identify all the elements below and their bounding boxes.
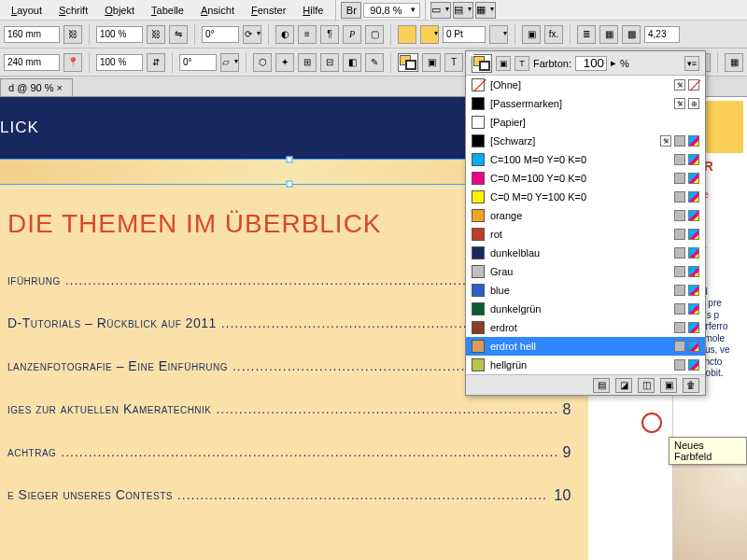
menu-layout[interactable]: LLayoutayout bbox=[4, 3, 49, 18]
y-field[interactable] bbox=[4, 54, 60, 71]
flip-h-icon[interactable]: ⇋ bbox=[169, 25, 188, 44]
swatches-panel[interactable]: ▣ T Farbton: ▸ % ▾≡ [Ohne]✎̸[Passermarke… bbox=[465, 50, 706, 396]
text-toggle[interactable]: T bbox=[514, 56, 529, 71]
toc-label: e Sieger unseres Contests bbox=[7, 487, 548, 504]
workspace-button[interactable]: ▦ bbox=[475, 2, 496, 19]
transform-icon[interactable]: ◐ bbox=[275, 25, 294, 44]
swatches-list[interactable]: [Ohne]✎̸[Passermarken]✎̸⊕[Papier][Schwar… bbox=[466, 76, 705, 374]
swatch-chip bbox=[472, 340, 485, 353]
grid-icon[interactable]: ▦ bbox=[725, 53, 743, 72]
menu-fenster[interactable]: Fenster bbox=[244, 3, 293, 18]
swatch-row[interactable]: [Passermarken]✎̸⊕ bbox=[466, 94, 705, 113]
x-field[interactable] bbox=[4, 26, 60, 43]
swatch-row[interactable]: Grau bbox=[466, 262, 705, 281]
shear-menu[interactable]: ▱ bbox=[220, 53, 239, 72]
swatch-row[interactable]: blue bbox=[466, 281, 705, 300]
container-icon[interactable]: ▣ bbox=[422, 53, 441, 72]
swatch-chip bbox=[472, 228, 485, 241]
swatch-row[interactable]: dunkelblau bbox=[466, 244, 705, 262]
show-gradient-swatches-button[interactable]: ◫ bbox=[638, 378, 655, 393]
icon-e[interactable]: ◧ bbox=[343, 53, 361, 72]
menu-schrift[interactable]: Schrift bbox=[51, 3, 95, 18]
zoom-level[interactable]: 90,8 % bbox=[363, 3, 419, 18]
delete-swatch-button[interactable]: 🗑 bbox=[683, 378, 699, 393]
swatch-row[interactable]: rot bbox=[466, 225, 705, 244]
global-icon bbox=[674, 191, 685, 203]
swatch-row[interactable]: erdrot hell bbox=[466, 337, 705, 356]
swatches-footer: ▤ ◪ ◫ ▣ 🗑 bbox=[466, 374, 705, 395]
rotate-menu[interactable]: ⟳ bbox=[243, 25, 261, 44]
swatch-row[interactable]: erdrot bbox=[466, 318, 705, 337]
corner-icon[interactable]: ▢ bbox=[365, 25, 384, 44]
tint-slider[interactable]: ▸ bbox=[611, 57, 616, 69]
menu-ansicht[interactable]: Ansicht bbox=[193, 3, 242, 18]
document-tab[interactable]: d @ 90 % × bbox=[0, 78, 73, 96]
flip-v-icon[interactable]: ⇵ bbox=[147, 53, 165, 72]
swatch-row[interactable]: C=100 M=0 Y=0 K=0 bbox=[466, 150, 705, 169]
swatch-name: blue bbox=[490, 285, 669, 296]
align-icon[interactable]: ≡ bbox=[298, 25, 317, 44]
fill-swatch[interactable] bbox=[398, 25, 416, 44]
show-all-swatches-button[interactable]: ▤ bbox=[593, 378, 610, 393]
text-t-icon[interactable]: T bbox=[444, 53, 463, 72]
global-icon bbox=[674, 247, 685, 259]
textwrap-icon[interactable]: ¶ bbox=[320, 25, 339, 44]
swatch-row[interactable]: C=0 M=100 Y=0 K=0 bbox=[466, 169, 705, 188]
swatch-row[interactable]: [Schwarz]✎̸ bbox=[466, 132, 705, 150]
fit-frame-icon[interactable]: ▦ bbox=[599, 25, 618, 44]
stroke-weight-field[interactable] bbox=[443, 26, 486, 43]
cmyk-icon bbox=[688, 191, 699, 203]
swatch-row[interactable]: [Papier] bbox=[466, 113, 705, 132]
container-toggle[interactable]: ▣ bbox=[496, 56, 511, 71]
link-scale-icon[interactable]: ⛓ bbox=[147, 25, 165, 44]
icon-b[interactable]: ✦ bbox=[275, 53, 294, 72]
pin-icon[interactable]: 📍 bbox=[63, 53, 82, 72]
global-icon bbox=[674, 173, 685, 184]
swatches-panel-menu[interactable]: ▾≡ bbox=[684, 56, 699, 71]
clip-icon[interactable]: ▩ bbox=[622, 25, 641, 44]
toc-label: iges zur aktuellen Kameratechnik bbox=[7, 401, 557, 418]
global-icon bbox=[674, 210, 685, 221]
pathtype-p-icon[interactable]: P bbox=[343, 25, 361, 44]
cmyk-icon bbox=[688, 341, 699, 352]
fx-icon[interactable]: fx. bbox=[544, 25, 563, 44]
swatch-row[interactable]: hellgrün bbox=[466, 356, 705, 374]
link-xy-icon[interactable]: ⛓ bbox=[63, 25, 82, 44]
scale-x-field[interactable] bbox=[96, 26, 143, 43]
arrange-button[interactable]: ▤ bbox=[453, 2, 473, 19]
icon-a[interactable]: ⬡ bbox=[253, 53, 272, 72]
shear-field[interactable] bbox=[179, 54, 217, 71]
swatch-name: orange bbox=[490, 210, 669, 221]
swatch-name: [Passermarken] bbox=[490, 98, 669, 109]
menubar: LLayoutayout Schrift Objekt Tabelle Ansi… bbox=[0, 0, 747, 21]
toc-row: achtrag9 bbox=[7, 444, 571, 461]
menu-objekt[interactable]: Objekt bbox=[97, 3, 142, 18]
fill-menu[interactable] bbox=[420, 25, 439, 44]
new-swatch-button[interactable]: ▣ bbox=[660, 378, 677, 393]
icon-f[interactable]: ✎ bbox=[365, 53, 384, 72]
menu-hilfe[interactable]: Hilfe bbox=[295, 3, 331, 18]
effects-none-icon[interactable]: ▣ bbox=[522, 25, 541, 44]
swatch-chip bbox=[472, 358, 485, 371]
show-color-swatches-button[interactable]: ◪ bbox=[615, 378, 632, 393]
screen-mode-button[interactable]: ▭ bbox=[430, 2, 451, 19]
cmyk-icon bbox=[688, 135, 699, 147]
swatch-row[interactable]: [Ohne]✎̸ bbox=[466, 76, 705, 94]
icon-c[interactable]: ⊞ bbox=[298, 53, 317, 72]
swatch-row[interactable]: dunkelgrün bbox=[466, 300, 705, 318]
text-col-icon[interactable]: ≣ bbox=[577, 25, 596, 44]
bridge-button[interactable]: Br bbox=[341, 2, 361, 19]
registration-icon: ⊕ bbox=[688, 98, 699, 109]
global-icon bbox=[674, 341, 685, 352]
global-icon bbox=[674, 154, 685, 165]
icon-d[interactable]: ⊟ bbox=[320, 53, 339, 72]
swatch-row[interactable]: orange bbox=[466, 206, 705, 225]
stroke-weight-menu[interactable] bbox=[489, 25, 508, 44]
panel-tint-field[interactable] bbox=[575, 56, 607, 71]
corner-size-field[interactable] bbox=[644, 26, 680, 43]
scale-y-field[interactable] bbox=[96, 54, 143, 71]
rotate-field[interactable] bbox=[202, 26, 239, 43]
swatch-row[interactable]: C=0 M=0 Y=100 K=0 bbox=[466, 188, 705, 206]
fill-stroke-proxy[interactable] bbox=[398, 53, 418, 72]
menu-tabelle[interactable]: Tabelle bbox=[144, 3, 191, 18]
